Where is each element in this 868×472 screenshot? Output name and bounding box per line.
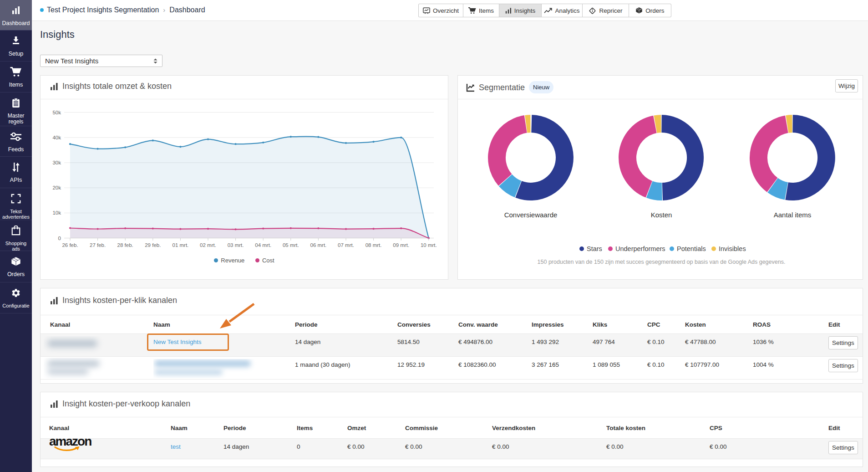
svg-text:Stars: Stars <box>587 245 602 252</box>
svg-text:08 mrt.: 08 mrt. <box>365 242 382 248</box>
svg-text:29 feb.: 29 feb. <box>145 242 161 248</box>
svg-text:Potentials: Potentials <box>677 245 706 252</box>
svg-text:20k: 20k <box>52 185 61 190</box>
svg-text:40k: 40k <box>52 135 61 140</box>
svg-text:10k: 10k <box>52 210 61 215</box>
svg-text:06 mrt.: 06 mrt. <box>310 242 327 248</box>
svg-text:04 mrt.: 04 mrt. <box>255 242 271 248</box>
svg-text:0: 0 <box>58 236 61 241</box>
svg-text:Underperformers: Underperformers <box>615 245 665 252</box>
svg-text:01 mrt.: 01 mrt. <box>173 242 189 248</box>
svg-text:30k: 30k <box>52 160 61 165</box>
svg-text:150 producten van de 150 zijn: 150 producten van de 150 zijn met succes… <box>538 259 786 265</box>
svg-text:Aantal items: Aantal items <box>774 211 812 219</box>
svg-text:09 mrt.: 09 mrt. <box>393 242 409 248</box>
svg-text:27 feb.: 27 feb. <box>90 242 106 248</box>
svg-text:02 mrt.: 02 mrt. <box>200 242 216 248</box>
svg-text:Invisibles: Invisibles <box>719 245 746 252</box>
svg-text:10 mrt.: 10 mrt. <box>421 242 437 248</box>
svg-text:50k: 50k <box>52 110 61 115</box>
svg-text:28 feb.: 28 feb. <box>117 242 133 248</box>
svg-text:05 mrt.: 05 mrt. <box>283 242 299 248</box>
svg-text:Kosten: Kosten <box>651 211 672 219</box>
svg-text:03 mrt.: 03 mrt. <box>228 242 244 248</box>
svg-text:26 feb.: 26 feb. <box>62 242 78 248</box>
svg-text:Conversiewaarde: Conversiewaarde <box>504 211 558 219</box>
svg-text:07 mrt.: 07 mrt. <box>338 242 354 248</box>
